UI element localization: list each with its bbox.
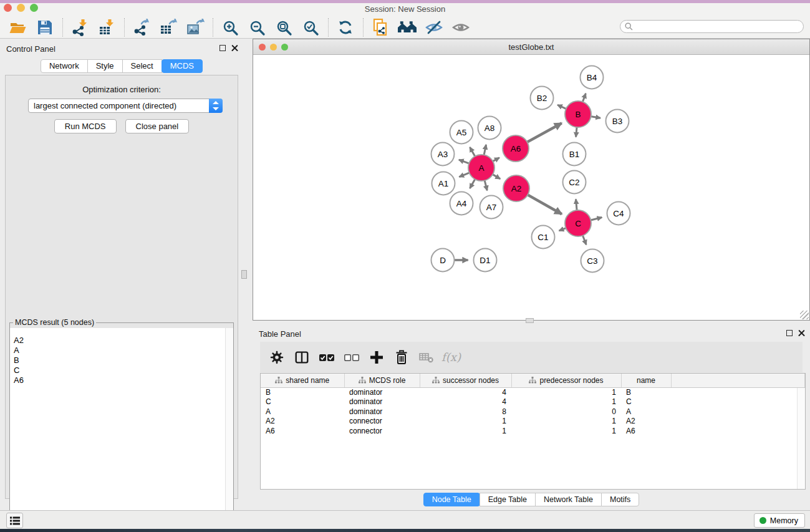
tab-motifs[interactable]: Motifs [601, 493, 639, 506]
graph-edge-A-A4[interactable] [470, 178, 475, 188]
graph-node-C4[interactable]: C4 [607, 202, 630, 225]
graph-node-A7[interactable]: A7 [480, 196, 503, 219]
graph-node-A8[interactable]: A8 [478, 117, 501, 140]
tab-edge-table[interactable]: Edge Table [480, 493, 536, 506]
mcds-result-item[interactable]: A [14, 346, 233, 355]
network-canvas[interactable]: B4B2BB3A8A5A6A3B1AC2A1A2A4A7C4CC1C3DD1 [253, 55, 809, 320]
mcds-result-item[interactable]: A6 [14, 375, 233, 385]
graph-edge-A-A2[interactable] [492, 174, 500, 179]
vertical-splitter-handle[interactable] [241, 270, 247, 279]
table-row[interactable]: Adominator80A [261, 407, 805, 417]
table-settings-button[interactable] [266, 347, 287, 368]
zoom-selected-button[interactable] [300, 17, 321, 37]
zoom-out-button[interactable] [246, 17, 268, 37]
graph-node-B2[interactable]: B2 [531, 87, 554, 110]
graph-edge-A-A1[interactable] [459, 173, 470, 177]
save-session-button[interactable] [34, 17, 55, 37]
graph-node-A1[interactable]: A1 [432, 172, 455, 195]
graph-node-A[interactable]: A [468, 155, 494, 181]
horizontal-splitter-handle[interactable] [526, 318, 534, 323]
graph-edge-B-B2[interactable] [557, 105, 567, 109]
graph-node-D1[interactable]: D1 [474, 249, 497, 272]
column-header-name[interactable]: name [621, 374, 671, 387]
graph-node-A3[interactable]: A3 [432, 143, 455, 166]
mcds-result-item[interactable]: B [14, 355, 233, 365]
graph-node-A6[interactable]: A6 [503, 135, 529, 162]
graph-node-B[interactable]: B [565, 101, 591, 127]
export-table-button[interactable] [158, 17, 179, 37]
graph-edge-C-C3[interactable] [582, 235, 586, 245]
select-all-button[interactable] [316, 347, 337, 368]
show-columns-button[interactable] [291, 347, 312, 368]
graph-node-B4[interactable]: B4 [581, 66, 604, 89]
table-row[interactable]: Bdominator41B [261, 387, 805, 397]
refresh-button[interactable] [335, 17, 356, 37]
function-builder-button[interactable]: f(x) [441, 347, 461, 368]
resize-grip-icon[interactable] [800, 311, 809, 319]
graph-edge-A-A3[interactable] [459, 160, 470, 163]
delete-row-button[interactable] [391, 347, 412, 368]
table-row[interactable]: A6connector11A6 [261, 426, 805, 436]
home-button[interactable] [397, 17, 418, 37]
graph-node-B3[interactable]: B3 [606, 110, 629, 133]
float-panel-icon[interactable] [786, 330, 793, 336]
close-panel-icon[interactable] [231, 44, 238, 51]
table-row[interactable]: A2connector11A2 [261, 417, 805, 427]
graph-node-C1[interactable]: C1 [532, 226, 555, 249]
deselect-all-button[interactable] [341, 347, 362, 368]
show-graphics-details-button[interactable] [450, 17, 471, 37]
tab-network[interactable]: Network [41, 59, 88, 73]
memory-button[interactable]: Memory [754, 513, 805, 528]
tab-network-table[interactable]: Network Table [535, 493, 602, 506]
column-header-shared-name[interactable]: shared name [261, 374, 344, 387]
network-window-titlebar[interactable]: testGlobe.txt [253, 39, 809, 55]
graph-edge-B-B1[interactable] [576, 127, 577, 137]
column-header-successor-nodes[interactable]: successor nodes [420, 374, 511, 387]
search-field[interactable] [620, 20, 804, 33]
zoom-in-button[interactable] [219, 17, 241, 37]
search-input[interactable] [636, 22, 792, 31]
tab-node-table[interactable]: Node Table [423, 493, 480, 506]
clone-network-button[interactable] [370, 17, 391, 37]
delete-table-button[interactable] [416, 347, 436, 368]
column-header-predecessor-nodes[interactable]: predecessor nodes [511, 374, 621, 387]
graph-node-A2[interactable]: A2 [503, 175, 529, 201]
graph-edge-B-B3[interactable] [591, 116, 600, 118]
graph-edge-B-B4[interactable] [582, 94, 586, 102]
graph-node-D[interactable]: D [432, 249, 455, 272]
tab-style[interactable]: Style [87, 59, 123, 73]
add-row-button[interactable] [366, 347, 387, 368]
table-row[interactable]: Cdominator41C [261, 397, 805, 407]
graph-edge-A-A8[interactable] [484, 145, 486, 155]
graph-node-C2[interactable]: C2 [563, 171, 586, 194]
import-network-button[interactable] [69, 17, 90, 37]
tab-select[interactable]: Select [122, 59, 162, 73]
tab-mcds[interactable]: MCDS [162, 59, 203, 73]
graph-edge-C-C4[interactable] [590, 218, 602, 221]
run-mcds-button[interactable]: Run MCDS [54, 119, 117, 133]
scrollbar[interactable] [797, 388, 805, 489]
graph-node-B1[interactable]: B1 [563, 143, 586, 166]
graph-node-C3[interactable]: C3 [581, 249, 604, 273]
graph-edge-A-A5[interactable] [470, 147, 475, 157]
export-image-button[interactable] [185, 17, 206, 37]
criterion-select[interactable]: largest connected component (directed) [28, 99, 223, 113]
mcds-result-item[interactable]: A2 [14, 336, 233, 346]
float-panel-icon[interactable] [219, 45, 226, 51]
graph-edge-A6-B[interactable] [527, 123, 562, 142]
column-header-MCDS-role[interactable]: MCDS role [344, 374, 420, 387]
graph-edge-C-C2[interactable] [576, 199, 577, 211]
graph-node-A5[interactable]: A5 [450, 121, 473, 144]
graph-node-A4[interactable]: A4 [450, 192, 473, 215]
open-session-button[interactable] [7, 17, 29, 37]
mcds-result-item[interactable]: C [14, 365, 233, 375]
graph-edge-A-A7[interactable] [485, 180, 487, 190]
scrollbar[interactable] [225, 328, 233, 532]
zoom-fit-button[interactable] [273, 17, 294, 37]
show-panels-button[interactable] [6, 513, 23, 528]
hide-graphics-details-button[interactable] [423, 17, 445, 37]
import-table-button[interactable] [96, 17, 117, 37]
close-panel-button[interactable]: Close panel [125, 119, 190, 133]
graph-edge-A2-C[interactable] [527, 195, 561, 214]
graph-node-C[interactable]: C [565, 210, 591, 236]
